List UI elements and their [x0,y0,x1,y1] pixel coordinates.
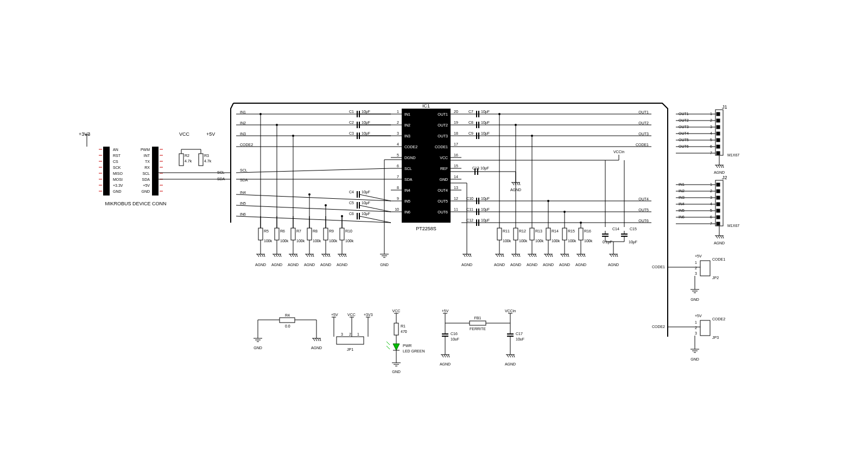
svg-text:19: 19 [454,121,458,124]
svg-text:OUT1: OUT1 [438,112,448,116]
svg-text:LED GREEN: LED GREEN [403,349,425,353]
svg-text:R14: R14 [552,229,559,233]
svg-point-161 [325,204,327,206]
svg-text:IN2: IN2 [404,123,410,127]
svg-text:+5V: +5V [442,309,449,313]
svg-text:100k: 100k [568,239,576,243]
svg-text:3: 3 [341,332,343,336]
svg-text:AGND: AGND [510,188,521,192]
svg-text:+5V: +5V [331,313,338,317]
svg-text:SCL: SCL [142,172,150,175]
svg-text:CODE1: CODE1 [712,257,725,261]
svg-text:AN: AN [113,148,118,152]
svg-text:C15: C15 [630,227,637,231]
svg-text:R11: R11 [503,229,510,233]
svg-text:3: 3 [695,331,697,335]
jp1: +5V VCC +3V3 3 2 1 JP1 [331,313,373,351]
svg-text:C12: C12 [466,218,473,222]
svg-text:100k: 100k [345,239,354,243]
svg-text:VCC: VCC [392,309,401,313]
svg-text:10μF: 10μF [362,212,370,216]
svg-text:100k: 100k [552,239,560,243]
svg-rect-139 [291,228,295,240]
svg-text:100k: 100k [535,239,544,243]
svg-text:10μF: 10μF [481,207,490,212]
svg-text:10μF: 10μF [362,190,370,194]
svg-point-137 [276,124,278,126]
svg-text:C1: C1 [349,110,354,113]
svg-text:OUT3: OUT3 [638,132,649,136]
svg-rect-333 [717,125,720,129]
svg-rect-423 [337,337,364,344]
svg-text:C17: C17 [516,332,523,336]
svg-text:12: 12 [454,197,458,200]
svg-rect-311 [199,154,203,166]
svg-text:17: 17 [454,142,458,146]
svg-text:C10: C10 [466,197,473,200]
svg-text:AGND: AGND [575,263,586,267]
svg-text:OUT4: OUT4 [638,197,649,201]
svg-text:AGND: AGND [714,241,725,245]
pwr-led: VCC R1 470 PWR LED GREEN GND [387,309,425,374]
svg-text:3: 3 [397,131,399,135]
svg-text:1: 1 [695,320,697,324]
svg-text:10: 10 [395,207,399,211]
pullups: R2 4.7k R3 4.7k [179,149,212,166]
svg-text:SCK: SCK [113,166,121,169]
svg-text:4: 4 [397,142,399,146]
svg-text:6: 6 [397,164,399,168]
svg-text:IN1: IN1 [240,110,246,114]
svg-text:R9: R9 [329,229,334,233]
svg-text:10uF: 10uF [451,337,459,341]
svg-text:OUT6: OUT6 [638,219,649,223]
svg-rect-287 [103,147,110,195]
svg-text:9: 9 [397,197,399,200]
svg-text:AGND: AGND [559,263,570,267]
svg-text:M1X67: M1X67 [727,224,739,228]
svg-text:IN5: IN5 [404,199,410,203]
svg-text:10μF: 10μF [481,218,490,223]
svg-line-82 [236,168,391,173]
svg-text:R7: R7 [296,229,301,233]
svg-text:R15: R15 [568,229,575,233]
svg-rect-372 [717,209,720,212]
svg-text:CODE1: CODE1 [435,145,448,149]
svg-rect-211 [497,228,502,240]
svg-text:100k: 100k [296,239,305,243]
svg-text:100k: 100k [280,239,289,243]
svg-text:100k: 100k [503,239,511,243]
svg-rect-155 [324,228,328,240]
svg-text:OUT2: OUT2 [438,123,448,127]
svg-rect-341 [717,138,720,142]
svg-text:AGND: AGND [271,263,282,267]
svg-text:10uF: 10uF [516,337,524,341]
svg-text:CODE1: CODE1 [636,143,649,147]
svg-line-437 [387,342,390,345]
svg-text:10μF: 10μF [481,110,490,114]
svg-text:10μF: 10μF [481,131,490,136]
j1-connector: J1 OUT11OUT22OUT33OUT44OUT55OUT667 AGND … [676,104,739,174]
svg-text:AGND: AGND [311,346,322,350]
jp2: +5V CODE1 CODE1 1 2 3 JP2 GND [652,254,725,301]
ferrite: +5V VCCin FB1 FERRITE C16 10uF AGND C17 … [440,309,524,366]
svg-text:0.1μF: 0.1μF [603,240,612,244]
svg-text:10μF: 10μF [362,121,370,125]
svg-text:GND: GND [254,346,262,350]
svg-text:R12: R12 [519,229,526,233]
svg-rect-131 [275,228,279,240]
svg-text:IN4: IN4 [404,188,410,192]
svg-text:RST: RST [113,154,121,157]
svg-text:10μF: 10μF [481,197,490,201]
svg-text:GND: GND [690,298,699,301]
svg-rect-356 [717,183,720,186]
svg-text:10μF: 10μF [362,131,370,136]
svg-rect-329 [717,119,720,122]
mikrobus-connector: +3V3 ANRSTCSSCKMISOMOSI+3.3VGND PWMINTTX… [79,131,215,206]
svg-rect-360 [717,190,720,193]
svg-text:10μF: 10μF [480,166,489,171]
svg-rect-218 [514,228,518,240]
svg-text:FERRITE: FERRITE [470,327,486,331]
svg-text:5: 5 [397,153,399,157]
svg-rect-379 [717,222,720,225]
svg-text:PWR: PWR [403,344,411,348]
